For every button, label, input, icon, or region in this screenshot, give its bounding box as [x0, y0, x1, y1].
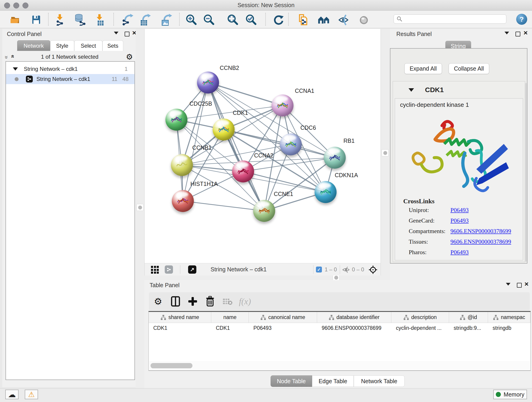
eye-tool-button[interactable] [358, 14, 370, 26]
column-header-namespac[interactable]: namespac [488, 312, 530, 323]
network-edge-HIST1H1A-CCNE1[interactable] [183, 201, 264, 211]
network-node-CCNB1[interactable] [171, 154, 193, 176]
right-splitter-handle[interactable] [382, 149, 389, 156]
table-row[interactable]: CDK1CDK1P064939606.ENSP00000378699cyclin… [149, 323, 530, 333]
birds-eye-grid-icon[interactable] [151, 266, 159, 274]
panel-menu-icon[interactable] [506, 283, 510, 286]
collapse-all-button[interactable]: Collapse All [449, 63, 489, 74]
import-table-file-button[interactable] [94, 14, 106, 26]
crosslink-link[interactable]: P06493 [450, 207, 469, 217]
external-link-icon[interactable]: ↗ [188, 265, 196, 274]
export-image-button[interactable] [161, 14, 172, 26]
panel-float-icon[interactable] [125, 32, 129, 36]
expand-all-chevron-icon[interactable]: » [10, 56, 15, 58]
panel-float-icon[interactable] [515, 32, 520, 36]
memory-button[interactable]: Memory [493, 390, 527, 399]
tab-network-table[interactable]: Network Table [354, 375, 405, 387]
network-edge-CCNB2-CCNE1[interactable] [208, 83, 264, 211]
crosslink-link[interactable]: 9606.ENSP00000378699 [450, 228, 511, 238]
network-row-selected[interactable]: String Network – cdk1 11 48 [6, 74, 134, 84]
column-header-canonical-name[interactable]: canonical name [249, 312, 317, 323]
save-session-button[interactable] [30, 14, 42, 26]
network-node-HIST1H1A[interactable] [172, 190, 194, 212]
node-structure-icon [175, 159, 189, 171]
hidden-eye-slash-icon[interactable] [342, 266, 350, 274]
import-network-database-button[interactable] [74, 14, 86, 26]
network-edge-CCNB2-CCNA1[interactable] [208, 83, 283, 105]
network-node-CCNA1[interactable] [272, 95, 293, 116]
column-header-name[interactable]: name [211, 312, 249, 323]
tree-expand-icon[interactable] [13, 67, 18, 70]
table-cell[interactable]: CDK1 [211, 323, 249, 333]
crosslink-link[interactable]: P06493 [450, 249, 469, 259]
delete-column-button[interactable] [204, 295, 216, 307]
table-cell[interactable]: CDK1 [149, 323, 211, 333]
zoom-selected-button[interactable] [245, 14, 257, 26]
network-node-CDC25B[interactable] [165, 109, 187, 131]
import-network-file-button[interactable] [54, 14, 66, 26]
table-horizontal-scrollbar[interactable] [149, 361, 530, 370]
left-splitter-handle[interactable] [137, 204, 143, 211]
expand-all-button[interactable]: Expand All [404, 63, 442, 74]
tab-network[interactable]: Network [17, 40, 50, 51]
column-header-description[interactable]: description [391, 312, 449, 323]
scrollbar-thumb[interactable] [151, 363, 192, 368]
panel-menu-icon[interactable] [114, 32, 119, 34]
panel-menu-icon[interactable] [505, 32, 509, 34]
create-column-button[interactable] [187, 295, 199, 307]
network-node-CDKN1A[interactable] [315, 181, 336, 203]
column-header-shared-name[interactable]: shared name [149, 312, 211, 323]
tab-edge-table[interactable]: Edge Table [312, 375, 354, 387]
cloud-button[interactable]: ☁ [5, 390, 19, 399]
panel-close-icon[interactable]: ✕ [523, 31, 528, 35]
network-canvas[interactable]: CCNB2CCNA1CDC25BCDK1CDC6RB1CCNB1CCNA2CDK… [144, 29, 381, 263]
network-node-CDK1[interactable] [213, 119, 234, 140]
column-header--id[interactable]: @id [449, 312, 488, 323]
open-session-button[interactable] [9, 14, 21, 26]
search-input[interactable] [403, 16, 500, 22]
network-node-CCNA2[interactable] [232, 160, 254, 182]
gene-section-header[interactable]: CDK1 [393, 81, 525, 98]
network-node-CCNB2[interactable] [197, 71, 219, 94]
crosslink-link[interactable]: 9606.ENSP00000378699 [450, 238, 511, 249]
table-cell[interactable]: cyclin-dependent ... [391, 323, 449, 333]
table-cell[interactable]: stringdb [488, 323, 530, 333]
network-collection-row[interactable]: String Network – cdk1 1 [6, 64, 134, 74]
network-node-RB1[interactable] [324, 147, 346, 169]
string-share-icon-gray[interactable] [165, 265, 173, 274]
table-cell[interactable]: P06493 [249, 323, 317, 333]
hide-unhide-button[interactable] [338, 14, 350, 26]
network-node-CDC6[interactable] [280, 133, 302, 155]
export-table-button[interactable] [139, 14, 151, 26]
panel-float-icon[interactable] [517, 283, 522, 288]
selected-checkbox-icon[interactable]: ✓ [316, 267, 322, 273]
show-columns-button[interactable] [170, 295, 181, 307]
gear-icon[interactable]: ⚙ [126, 53, 133, 60]
crosshair-icon[interactable] [369, 265, 377, 275]
zoom-in-button[interactable] [185, 14, 197, 26]
tab-sets[interactable]: Sets [102, 40, 123, 51]
panel-close-icon[interactable]: ✕ [524, 282, 529, 287]
table-cell[interactable]: 9606.ENSP00000378699 [317, 323, 391, 333]
section-collapse-icon[interactable] [409, 88, 414, 92]
results-scrollbar[interactable] [525, 83, 527, 262]
crosslink-link[interactable]: P06493 [450, 217, 469, 228]
toolbar-search-box[interactable] [394, 14, 506, 24]
column-header-database-identifier[interactable]: database identifier [317, 312, 391, 323]
collapse-all-chevron-icon[interactable]: » [4, 56, 9, 58]
tab-node-table[interactable]: Node Table [271, 375, 312, 387]
network-node-CCNE1[interactable] [253, 200, 275, 222]
home-pages-button[interactable] [318, 14, 330, 26]
zoom-out-button[interactable] [203, 14, 215, 26]
share-document-button[interactable] [298, 14, 309, 26]
export-network-button[interactable] [122, 14, 134, 26]
warnings-button[interactable]: ⚠ [25, 390, 38, 399]
help-button[interactable]: ? [516, 14, 527, 25]
tab-style[interactable]: Style [50, 40, 74, 51]
network-edge-CDK1-RB1[interactable] [224, 129, 335, 158]
zoom-fit-button[interactable] [227, 14, 239, 26]
table-settings-button[interactable]: ⚙ [152, 295, 164, 307]
tab-select[interactable]: Select [74, 40, 102, 51]
refresh-view-button[interactable] [273, 14, 285, 26]
table-cell[interactable]: stringdb:9... [449, 323, 488, 333]
